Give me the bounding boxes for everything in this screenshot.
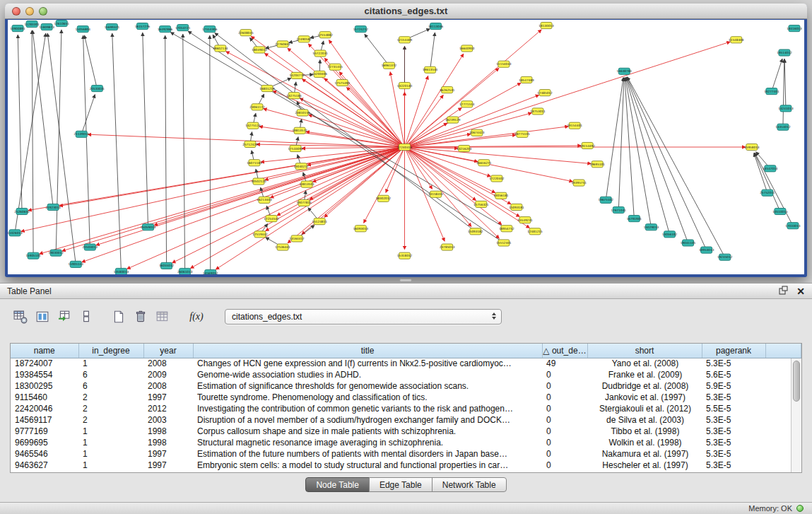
graph-node[interactable]: 17771514 bbox=[459, 101, 475, 107]
graph-edge[interactable] bbox=[62, 147, 405, 251]
graph-edge[interactable] bbox=[143, 33, 148, 227]
graph-node[interactable]: 16093013 bbox=[353, 226, 369, 232]
cell-name[interactable]: 9699695 bbox=[11, 437, 78, 448]
graph-node[interactable]: 17554306 bbox=[202, 26, 218, 33]
cell-out-de[interactable]: 0 bbox=[542, 414, 587, 426]
cell-short[interactable]: Stergiakouli et al. (2012) bbox=[587, 403, 702, 414]
graph-edge[interactable] bbox=[47, 33, 76, 264]
cell-year[interactable]: 2009 bbox=[143, 369, 193, 380]
graph-edge[interactable] bbox=[625, 78, 634, 218]
graph-node[interactable]: 15056804 bbox=[76, 26, 91, 33]
graph-edge[interactable] bbox=[754, 153, 779, 211]
graph-node[interactable]: 17575493 bbox=[335, 79, 351, 86]
cell-out-de[interactable]: 0 bbox=[542, 403, 587, 414]
cell-title[interactable]: Embryonic stem cells: a model to study s… bbox=[193, 460, 542, 471]
close-panel-icon[interactable]: ✕ bbox=[796, 286, 805, 296]
column-header-title[interactable]: title bbox=[193, 344, 542, 358]
graph-node[interactable]: 11154043 bbox=[496, 61, 512, 67]
column-header-in-degree[interactable]: in_degree bbox=[78, 344, 143, 358]
cell-out-de[interactable]: 0 bbox=[542, 380, 587, 392]
graph-node[interactable]: 18954752 bbox=[499, 226, 514, 232]
graph-edge[interactable] bbox=[21, 147, 405, 231]
graph-node[interactable]: 19514012 bbox=[777, 49, 792, 56]
cell-pagerank[interactable]: 5.9E-5 bbox=[702, 380, 765, 392]
graph-node[interactable]: 22760651 bbox=[275, 41, 290, 47]
graph-node[interactable]: 13056102 bbox=[662, 231, 678, 238]
graph-node[interactable]: 17519442 bbox=[252, 231, 268, 238]
tab-network-table[interactable]: Network Table bbox=[432, 477, 507, 492]
graph-edge[interactable] bbox=[308, 44, 404, 147]
graph-node[interactable]: 15093181 bbox=[509, 204, 524, 210]
column-header-name[interactable]: name bbox=[11, 344, 78, 358]
close-window-button[interactable] bbox=[12, 7, 20, 16]
graph-node[interactable]: 17533091 bbox=[288, 145, 303, 151]
cell-short[interactable]: Nakamura et al. (1997) bbox=[587, 448, 702, 460]
graph-node[interactable]: 17220402 bbox=[489, 175, 505, 182]
graph-node[interactable]: 15029013 bbox=[644, 224, 659, 230]
graph-node[interactable]: 11026013 bbox=[8, 230, 23, 236]
float-panel-icon[interactable] bbox=[779, 285, 788, 298]
graph-edge[interactable] bbox=[784, 59, 786, 109]
graph-edge[interactable] bbox=[127, 147, 405, 269]
graph-node[interactable]: 23810151 bbox=[295, 110, 310, 116]
graph-edge[interactable] bbox=[302, 79, 405, 147]
graph-node[interactable]: 55722031 bbox=[312, 50, 328, 57]
table-scrollbar[interactable] bbox=[791, 358, 801, 472]
cell-short[interactable]: Jankovic et al. (1997) bbox=[587, 392, 702, 403]
graph-node[interactable]: 17240414 bbox=[397, 144, 413, 150]
cell-title[interactable]: Investigating the contribution of common… bbox=[193, 403, 542, 414]
cell-short[interactable]: de Silva et al. (2003) bbox=[587, 414, 702, 426]
cell-name[interactable]: 14569117 bbox=[11, 414, 78, 426]
graph-node[interactable]: 16648784 bbox=[617, 68, 632, 74]
graph-node[interactable]: 22608045 bbox=[238, 30, 254, 36]
table-row[interactable]: 969969511998Structural magnetic resonanc… bbox=[11, 437, 801, 448]
graph-node[interactable]: 13158455 bbox=[428, 191, 444, 197]
cell-title[interactable]: Estimation of the future numbers of pati… bbox=[193, 448, 542, 460]
cell-short[interactable]: Yano et al. (2008) bbox=[587, 358, 702, 369]
graph-edge[interactable] bbox=[82, 147, 405, 262]
graph-node[interactable]: 14241013 bbox=[778, 105, 794, 112]
table-disabled-button[interactable] bbox=[153, 308, 172, 326]
cell-year[interactable]: 1997 bbox=[143, 392, 193, 403]
graph-node[interactable]: 22490582 bbox=[296, 36, 312, 42]
graph-edge[interactable] bbox=[183, 34, 185, 271]
graph-edge[interactable] bbox=[112, 33, 122, 271]
select-columns-button[interactable] bbox=[33, 308, 52, 326]
graph-node[interactable]: 14354012 bbox=[775, 124, 791, 130]
graph-node[interactable]: 18130013 bbox=[539, 23, 554, 29]
graph-node[interactable]: 19395751 bbox=[571, 180, 587, 186]
graph-node[interactable]: 19077815 bbox=[296, 199, 312, 206]
cell-name[interactable]: 9463627 bbox=[11, 460, 78, 471]
graph-node[interactable]: 16239129 bbox=[445, 117, 461, 123]
cell-short[interactable]: Tibbo et al. (1998) bbox=[587, 426, 702, 437]
rows-button[interactable] bbox=[77, 308, 95, 326]
cell-in-degree[interactable]: 2 bbox=[78, 392, 143, 403]
graph-node[interactable]: 16791901 bbox=[627, 216, 642, 222]
graph-node[interactable]: 17554882 bbox=[317, 32, 333, 38]
graph-edge[interactable] bbox=[84, 35, 97, 88]
graph-node[interactable]: 15059013 bbox=[141, 224, 156, 230]
graph-edge[interactable] bbox=[324, 78, 404, 147]
graph-node[interactable]: 18302012 bbox=[376, 195, 392, 201]
cell-in-degree[interactable]: 1 bbox=[78, 460, 143, 471]
graph-edge[interactable] bbox=[81, 95, 95, 134]
graph-node[interactable]: 12481215 bbox=[527, 228, 543, 235]
cell-year[interactable]: 2012 bbox=[143, 403, 193, 414]
delete-button[interactable] bbox=[131, 308, 150, 326]
graph-node[interactable]: 13580013 bbox=[114, 268, 129, 274]
table-row[interactable]: 2242004622012Investigating the contribut… bbox=[11, 403, 801, 414]
graph-edge[interactable] bbox=[404, 147, 519, 216]
graph-node[interactable]: 15724212 bbox=[353, 26, 369, 33]
table-source-select[interactable]: citations_edges.txt bbox=[225, 309, 502, 325]
graph-node[interactable]: 26061013 bbox=[177, 268, 193, 274]
graph-node[interactable]: 19675102 bbox=[599, 197, 614, 203]
graph-edge[interactable] bbox=[628, 77, 725, 257]
graph-node[interactable]: 16262531 bbox=[440, 87, 455, 93]
cell-pagerank[interactable]: 5.5E-5 bbox=[702, 403, 765, 414]
graph-edge[interactable] bbox=[226, 52, 405, 147]
cell-in-degree[interactable]: 2 bbox=[78, 414, 143, 426]
graph-edge[interactable] bbox=[783, 59, 784, 127]
graph-edge[interactable] bbox=[265, 147, 405, 180]
graph-node[interactable]: 14204772 bbox=[289, 72, 305, 78]
graph-node[interactable]: 15699321 bbox=[105, 24, 120, 30]
